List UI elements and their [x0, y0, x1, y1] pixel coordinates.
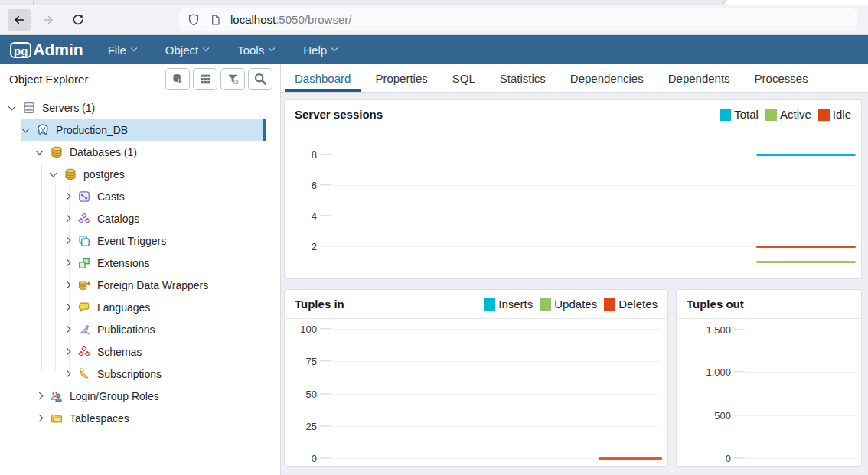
menu-file[interactable]: File — [108, 44, 136, 57]
tree-item-login-group-roles[interactable]: Login/Group Roles — [0, 385, 280, 407]
tree-item-label: Databases (1) — [70, 146, 137, 158]
tree-item-subscriptions[interactable]: Subscriptions — [0, 363, 280, 385]
chevron-right-icon[interactable] — [64, 259, 71, 267]
dashboard: Server sessions TotalActiveIdle 8642 Tup… — [281, 93, 868, 475]
tab-bar: DashboardPropertiesSQLStatisticsDependen… — [281, 64, 868, 93]
tree-item-postgres[interactable]: postgres — [0, 163, 280, 185]
filtered-rows-button[interactable] — [220, 68, 245, 90]
tab-dependencies[interactable]: Dependencies — [558, 64, 656, 92]
tree-item-tablespaces[interactable]: Tablespaces — [0, 407, 280, 429]
series-line-deletes — [599, 457, 662, 460]
chevron-right-icon[interactable] — [36, 415, 44, 422]
menu-help[interactable]: Help — [303, 44, 337, 57]
y-axis-tick-label: 4 — [285, 210, 317, 222]
chevron-down-icon — [331, 45, 338, 51]
tab-label: Dependents — [668, 72, 730, 85]
tab-statistics[interactable]: Statistics — [488, 64, 558, 92]
tree-item-languages[interactable]: Languages — [0, 296, 280, 318]
y-axis-tick-label: 500 — [677, 410, 731, 421]
tree-item-label: Tablespaces — [70, 412, 129, 425]
reload-button[interactable] — [66, 9, 89, 31]
tree-item-event-triggers[interactable]: Event Triggers — [0, 229, 280, 252]
tab-dashboard[interactable]: Dashboard — [282, 64, 363, 92]
tree-item-extensions[interactable]: Extensions — [0, 252, 280, 274]
chevron-down-icon — [269, 45, 275, 51]
browser-tab-strip — [0, 0, 868, 5]
tree-item-catalogs[interactable]: Catalogs — [0, 207, 280, 229]
object-explorer-toolbar — [165, 68, 272, 90]
query-tool-button[interactable] — [193, 68, 217, 90]
y-axis-tick-label: 0 — [285, 453, 317, 464]
chevron-down-icon[interactable] — [8, 102, 16, 110]
server-sessions-chart: 8642 — [285, 129, 861, 278]
object-explorer-tree: Servers (1)Production_DBDatabases (1)pos… — [0, 93, 280, 475]
tree-item-casts[interactable]: Casts — [0, 185, 280, 207]
pgadmin-logo: pg Admin — [10, 41, 83, 59]
legend-label: Updates — [554, 298, 597, 311]
legend-item-total: Total — [720, 108, 759, 121]
chevron-right-icon[interactable] — [64, 281, 71, 289]
chevron-right-icon[interactable] — [36, 392, 44, 400]
legend-swatch — [818, 109, 830, 121]
gridline — [320, 329, 661, 330]
url-bar[interactable]: localhost:5050/browser/ — [179, 8, 857, 31]
y-axis-tick-label: 8 — [285, 149, 317, 161]
tab-label: Dependencies — [570, 72, 644, 85]
postgres-icon — [36, 123, 50, 137]
legend-label: Deletes — [618, 298, 658, 311]
tree-item-servers-1[interactable]: Servers (1) — [0, 96, 280, 119]
database-icon — [50, 145, 64, 159]
tuples-in-chart: 1007550250 — [285, 319, 667, 466]
chevron-right-icon[interactable] — [64, 193, 71, 200]
subscriptions-icon — [77, 367, 91, 381]
object-explorer-panel: Object Explorer — [0, 64, 281, 475]
reload-icon — [71, 13, 84, 26]
legend-swatch — [484, 298, 495, 311]
tree-item-label: Subscriptions — [97, 368, 162, 380]
legend-item-deletes: Deletes — [604, 298, 658, 311]
tree-item-foreign-data-wrappers[interactable]: Foreign Data Wrappers — [0, 274, 280, 296]
tuples-out-title: Tuples out — [687, 298, 744, 311]
menu-object[interactable]: Object — [165, 44, 208, 57]
tuples-in-header: Tuples in InsertsUpdatesDeletes — [285, 290, 667, 319]
server-sessions-card: Server sessions TotalActiveIdle 8642 — [284, 99, 862, 279]
search-objects-button[interactable] — [248, 68, 272, 90]
tab-processes[interactable]: Processes — [742, 64, 821, 92]
tree-item-schemas[interactable]: Schemas — [0, 340, 280, 363]
tab-sql[interactable]: SQL — [440, 64, 488, 92]
quick-connect-button[interactable] — [165, 68, 190, 90]
tree-item-publications[interactable]: Publications — [0, 318, 280, 340]
active-browser-tab[interactable] — [724, 0, 868, 5]
tree-item-label: Languages — [97, 301, 150, 314]
tab-dependents[interactable]: Dependents — [656, 64, 742, 92]
tab-properties[interactable]: Properties — [363, 64, 439, 92]
pgadmin-browser-window: localhost:5050/browser/ pg Admin File Ob… — [0, 0, 868, 475]
database-icon — [64, 168, 77, 181]
tree-item-label: Casts — [97, 190, 125, 203]
tree-item-databases-1[interactable]: Databases (1) — [0, 141, 280, 163]
forward-button[interactable] — [37, 9, 60, 31]
logo-admin-text: Admin — [33, 41, 83, 59]
chevron-right-icon[interactable] — [64, 348, 71, 356]
chevron-right-icon[interactable] — [64, 215, 71, 223]
chevron-right-icon[interactable] — [64, 326, 71, 333]
tree-item-label: Catalogs — [97, 213, 139, 225]
server-sessions-legend: TotalActiveIdle — [720, 108, 851, 121]
chevron-down-icon — [131, 45, 137, 51]
back-arrow-icon — [13, 14, 25, 26]
tree-item-label: postgres — [83, 168, 125, 181]
tuples-in-title: Tuples in — [295, 298, 344, 311]
gridline — [320, 361, 661, 362]
y-axis-tick-label: 1.000 — [677, 366, 731, 378]
menu-tools[interactable]: Tools — [237, 44, 274, 57]
chevron-right-icon[interactable] — [64, 370, 71, 378]
chevron-right-icon[interactable] — [64, 237, 71, 245]
chevron-down-icon[interactable] — [36, 147, 44, 155]
chevron-right-icon[interactable] — [64, 304, 71, 311]
tree-item-production-db[interactable]: Production_DB — [0, 119, 280, 141]
back-button[interactable] — [8, 9, 31, 31]
chevron-down-icon[interactable] — [50, 169, 57, 177]
casts-icon — [77, 190, 91, 203]
tree-item-label: Extensions — [97, 257, 149, 269]
series-line-idle — [756, 246, 856, 248]
